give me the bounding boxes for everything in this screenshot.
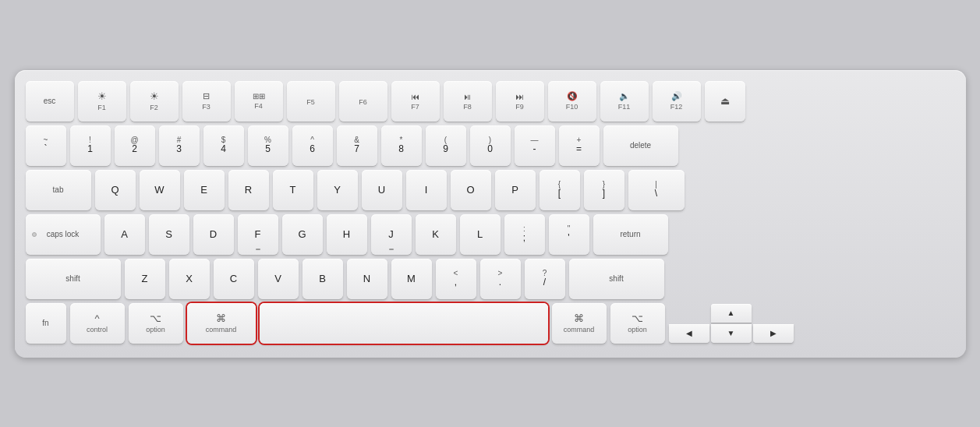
key-4[interactable]: $ 4: [203, 125, 244, 166]
key-v[interactable]: V: [258, 259, 299, 299]
key-rbracket[interactable]: } ]: [584, 170, 624, 210]
key-f7[interactable]: ⏮ F7: [391, 81, 440, 122]
key-p[interactable]: P: [495, 170, 536, 210]
key-9[interactable]: ( 9: [426, 125, 466, 166]
key-s-label: S: [165, 228, 172, 240]
key-delete[interactable]: delete: [603, 125, 678, 166]
key-f12[interactable]: 🔊 F12: [653, 81, 701, 122]
key-w[interactable]: W: [140, 170, 180, 210]
key-lbracket[interactable]: { [: [540, 170, 580, 210]
key-option-right[interactable]: ⌥ option: [610, 303, 665, 344]
key-z[interactable]: Z: [125, 259, 165, 299]
key-i[interactable]: I: [406, 170, 447, 210]
key-u[interactable]: U: [362, 170, 402, 210]
key-slash[interactable]: ? /: [525, 259, 565, 299]
key-shift-left[interactable]: shift: [26, 259, 121, 299]
key-option-right-icon: ⌥: [632, 312, 643, 324]
key-comma[interactable]: < ,: [436, 259, 476, 299]
key-r[interactable]: R: [228, 170, 269, 210]
key-f4[interactable]: ⊞⊞ F4: [235, 81, 283, 122]
key-e[interactable]: E: [184, 170, 225, 210]
key-period[interactable]: > .: [480, 259, 521, 299]
key-j-bump: [389, 249, 394, 250]
key-arrow-right[interactable]: ▶: [753, 324, 794, 343]
key-option-left-icon: ⌥: [150, 312, 161, 324]
key-g[interactable]: G: [282, 214, 323, 255]
key-q[interactable]: Q: [95, 170, 136, 210]
key-minus-bot: -: [533, 144, 536, 154]
key-f11-icon: 🔈: [619, 91, 630, 101]
key-semicolon[interactable]: : ;: [504, 214, 545, 255]
key-z-label: Z: [142, 273, 148, 284]
key-k[interactable]: K: [416, 214, 456, 255]
key-option-left[interactable]: ⌥ option: [129, 303, 183, 344]
key-period-bot: .: [499, 277, 501, 288]
key-command-left[interactable]: ⌘ command: [187, 303, 256, 344]
key-f9[interactable]: ⏭ F9: [496, 81, 544, 122]
key-f11[interactable]: 🔈 F11: [600, 81, 649, 122]
key-backtick-bot: `: [44, 144, 48, 154]
key-m[interactable]: M: [391, 259, 432, 299]
key-0[interactable]: ) 0: [470, 125, 511, 166]
key-j[interactable]: J: [371, 214, 412, 255]
key-s[interactable]: S: [149, 214, 189, 255]
key-return[interactable]: return: [593, 214, 668, 255]
key-eject[interactable]: ⏏: [705, 81, 745, 122]
key-f12-icon: 🔊: [671, 91, 682, 101]
key-shift-right-label: shift: [609, 274, 623, 283]
key-control[interactable]: ^ control: [70, 303, 125, 344]
key-x[interactable]: X: [169, 259, 210, 299]
key-f8[interactable]: ⏯ F8: [444, 81, 492, 122]
key-h[interactable]: H: [327, 214, 367, 255]
key-f3[interactable]: ⊟ F3: [182, 81, 231, 122]
key-c-label: C: [230, 273, 237, 284]
key-o[interactable]: O: [451, 170, 491, 210]
key-l[interactable]: L: [460, 214, 501, 255]
key-f5[interactable]: F5: [287, 81, 335, 122]
key-shift-right[interactable]: shift: [569, 259, 664, 299]
key-capslock-label: caps lock: [47, 230, 80, 238]
key-esc[interactable]: esc: [26, 81, 74, 122]
key-n[interactable]: N: [347, 259, 387, 299]
key-n-label: N: [363, 273, 370, 284]
key-f6[interactable]: F6: [339, 81, 387, 122]
key-1[interactable]: ! 1: [70, 125, 111, 166]
key-arrow-down[interactable]: ▼: [711, 324, 752, 343]
key-capslock[interactable]: caps lock: [26, 214, 101, 255]
key-7[interactable]: & 7: [337, 125, 377, 166]
key-fn[interactable]: fn: [26, 303, 66, 344]
key-arrow-up[interactable]: ▲: [711, 304, 752, 323]
key-f8-fn: F8: [463, 103, 472, 111]
key-command-right[interactable]: ⌘ command: [552, 303, 607, 344]
key-f1[interactable]: ☀ F1: [78, 81, 126, 122]
key-equal[interactable]: + =: [559, 125, 600, 166]
key-option-left-label: option: [146, 326, 165, 333]
key-f6-fn: F6: [359, 98, 367, 106]
key-t[interactable]: T: [273, 170, 313, 210]
key-r-label: R: [245, 184, 252, 196]
key-quote[interactable]: " ': [549, 214, 589, 255]
key-a[interactable]: A: [104, 214, 145, 255]
arrow-down-icon: ▼: [727, 329, 735, 337]
key-f12-fn: F12: [670, 103, 683, 111]
key-backslash[interactable]: | \: [628, 170, 685, 210]
key-b[interactable]: B: [302, 259, 343, 299]
key-f10[interactable]: 🔇 F10: [548, 81, 596, 122]
key-5[interactable]: % 5: [248, 125, 288, 166]
key-8[interactable]: * 8: [381, 125, 422, 166]
key-d[interactable]: D: [193, 214, 234, 255]
key-6[interactable]: ^ 6: [292, 125, 333, 166]
key-c[interactable]: C: [214, 259, 254, 299]
key-f[interactable]: F: [238, 214, 278, 255]
key-arrow-left[interactable]: ◀: [669, 324, 709, 343]
key-3[interactable]: # 3: [159, 125, 200, 166]
key-2[interactable]: @ 2: [115, 125, 155, 166]
key-backtick[interactable]: ~ `: [26, 125, 66, 166]
key-space[interactable]: [260, 303, 548, 344]
key-tab[interactable]: tab: [26, 170, 91, 210]
key-f8-icon: ⏯: [463, 92, 472, 101]
key-slash-bot: /: [543, 277, 546, 288]
key-y[interactable]: Y: [317, 170, 358, 210]
key-f2[interactable]: ☀ F2: [130, 81, 179, 122]
key-minus[interactable]: — -: [515, 125, 555, 166]
